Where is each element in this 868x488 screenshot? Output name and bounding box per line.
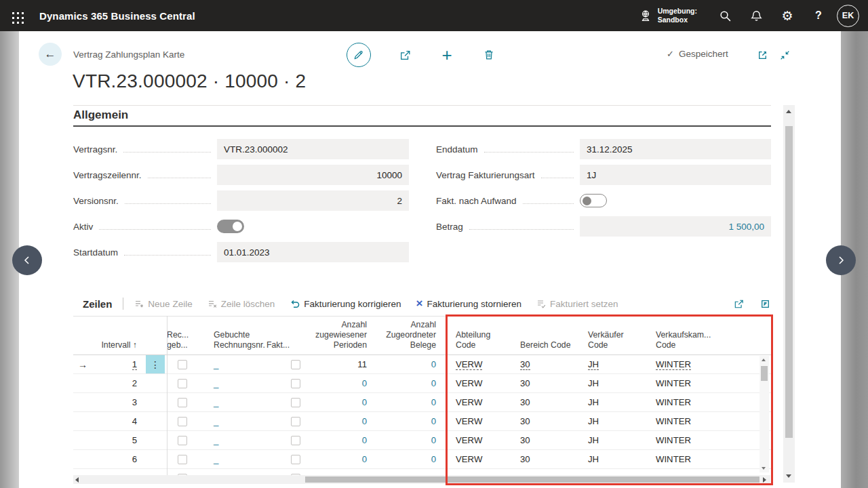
lines-open-in-new-button[interactable] [760, 298, 771, 310]
perioden-cell[interactable]: 0 [311, 431, 372, 449]
table-vertical-scrollbar[interactable] [760, 356, 769, 472]
user-avatar[interactable]: EK [837, 5, 859, 27]
perioden-cell[interactable]: 0 [311, 412, 372, 430]
column-header-intervall[interactable]: Intervall ↑ [95, 317, 142, 354]
rec-geb-checkbox[interactable] [178, 455, 187, 464]
column-header-rec[interactable]: Rec... geb... [167, 317, 209, 354]
verkaufskam-cell[interactable]: WINTER [649, 355, 760, 373]
belege-cell[interactable]: 0 [372, 412, 441, 430]
bereich-cell[interactable]: 30 [513, 450, 581, 468]
abteilung-cell[interactable]: VERW [449, 431, 513, 449]
column-header-geb[interactable]: Gebuchte Rechnungsnr. [209, 317, 267, 354]
search-icon[interactable] [709, 0, 741, 31]
delete-button[interactable] [481, 47, 497, 63]
verkaeufer-cell[interactable]: JH [581, 450, 649, 468]
enddatum-input[interactable]: 31.12.2025 [580, 139, 771, 159]
belege-cell[interactable]: 0 [372, 469, 441, 475]
gebuchte-rechnungsnr-cell[interactable]: _ [209, 374, 267, 392]
vertragsnr-input[interactable]: VTR.23.000002 [217, 139, 409, 159]
scroll-right-arrow[interactable] [763, 477, 766, 483]
fakt-checkbox[interactable] [291, 360, 300, 369]
fakt-checkbox[interactable] [291, 417, 300, 426]
rec-geb-cell[interactable] [167, 393, 209, 411]
intervall-cell[interactable]: 3 [95, 393, 142, 411]
fakt-checkbox[interactable] [291, 398, 300, 407]
scroll-down-arrow[interactable] [786, 474, 791, 478]
abteilung-cell[interactable]: VERW [449, 393, 513, 411]
table-row[interactable]: → 4 ⋮ _ 0 0 VERW 30 JH WINTER [73, 412, 771, 431]
rec-geb-cell[interactable] [167, 450, 209, 468]
rec-geb-checkbox[interactable] [178, 417, 187, 426]
rec-geb-checkbox[interactable] [178, 436, 187, 445]
column-header-ber[interactable]: Bereich Code [513, 317, 581, 354]
abteilung-cell[interactable]: VERW [449, 450, 513, 468]
verkaufskam-cell[interactable]: WINTER [649, 450, 760, 468]
gebuchte-rechnungsnr-cell[interactable]: _ [209, 431, 267, 449]
startdatum-input[interactable]: 01.01.2023 [217, 242, 409, 262]
settings-gear-icon[interactable]: ⚙ [772, 0, 803, 31]
bereich-cell[interactable]: 30 [513, 355, 581, 373]
perioden-cell[interactable]: 0 [311, 374, 372, 392]
popout-button[interactable] [755, 49, 769, 61]
scrollbar-thumb[interactable] [761, 366, 768, 381]
scroll-left-arrow[interactable] [75, 477, 79, 483]
new-button[interactable]: + [439, 47, 455, 63]
rec-geb-cell[interactable] [167, 469, 209, 475]
gebuchte-rechnungsnr-cell[interactable]: _ [209, 450, 267, 468]
gebuchte-rechnungsnr-cell[interactable]: _ [209, 469, 267, 475]
verkaeufer-cell[interactable]: JH [581, 393, 649, 411]
rec-geb-checkbox[interactable] [178, 398, 187, 407]
row-menu-cell[interactable]: ⋮ [146, 450, 165, 468]
next-record-button[interactable] [826, 245, 856, 275]
row-menu-cell[interactable]: ⋮ [146, 431, 165, 449]
belege-cell[interactable]: 0 [372, 450, 441, 468]
correct-invoicing-button[interactable]: Fakturierung korrigieren [290, 299, 401, 309]
table-row[interactable]: → 7 ⋮ _ 0 0 VERW 30 JH WINTER [73, 469, 771, 475]
verkaeufer-cell[interactable]: JH [581, 374, 649, 392]
belege-cell[interactable]: 0 [372, 355, 441, 373]
fakt-cell[interactable] [267, 431, 311, 449]
fakt-cell[interactable] [267, 412, 311, 430]
scroll-up-arrow[interactable] [786, 110, 791, 113]
abteilung-cell[interactable]: VERW [449, 355, 513, 373]
verkaufskam-cell[interactable]: WINTER [649, 431, 760, 449]
fakt-cell[interactable] [267, 374, 311, 392]
section-allgemein-title[interactable]: Allgemein [73, 108, 128, 122]
abteilung-cell[interactable]: VERW [449, 374, 513, 392]
column-header-abt[interactable]: Abteilung Code [449, 317, 513, 354]
belege-cell[interactable]: 0 [372, 374, 441, 392]
vertragszeilennr-input[interactable]: 10000 [217, 165, 409, 185]
rec-geb-cell[interactable] [167, 374, 209, 392]
table-row[interactable]: → 1 ⋮ _ 11 0 VERW 30 JH WINTER [73, 355, 771, 374]
verkaeufer-cell[interactable]: JH [581, 412, 649, 430]
page-vertical-scrollbar[interactable] [783, 105, 795, 483]
collapse-button[interactable] [778, 49, 791, 61]
scroll-down-arrow[interactable] [762, 467, 766, 470]
belege-cell[interactable]: 0 [372, 431, 441, 449]
scrollbar-thumb[interactable] [785, 126, 793, 438]
abteilung-cell[interactable]: VERW [449, 412, 513, 430]
previous-record-button[interactable] [12, 245, 42, 275]
betrag-value[interactable]: 1 500,00 [580, 216, 771, 237]
verkaufskam-cell[interactable]: WINTER [649, 393, 760, 411]
bereich-cell[interactable]: 30 [513, 412, 581, 430]
verkaeufer-cell[interactable]: JH [581, 431, 649, 449]
intervall-cell[interactable]: 4 [95, 412, 142, 430]
perioden-cell[interactable]: 11 [311, 355, 372, 373]
bereich-cell[interactable]: 30 [513, 469, 581, 475]
row-menu-cell[interactable]: ⋮ [146, 374, 165, 392]
fakt-cell[interactable] [267, 450, 311, 468]
row-menu-cell[interactable]: ⋮ [146, 469, 165, 475]
rec-geb-cell[interactable] [167, 355, 209, 373]
fakt-checkbox[interactable] [291, 455, 300, 464]
fakt-cell[interactable] [267, 355, 311, 373]
fakturierungsart-input[interactable]: 1J [580, 165, 771, 185]
table-row[interactable]: → 3 ⋮ _ 0 0 VERW 30 JH WINTER [73, 393, 771, 412]
rec-geb-checkbox[interactable] [178, 379, 187, 388]
app-launcher-icon[interactable] [0, 0, 31, 31]
lines-share-button[interactable] [733, 298, 745, 310]
belege-cell[interactable]: 0 [372, 393, 441, 411]
intervall-cell[interactable]: 1 [95, 355, 142, 373]
row-menu-cell[interactable]: ⋮ [146, 393, 165, 411]
edit-button[interactable] [347, 43, 371, 67]
